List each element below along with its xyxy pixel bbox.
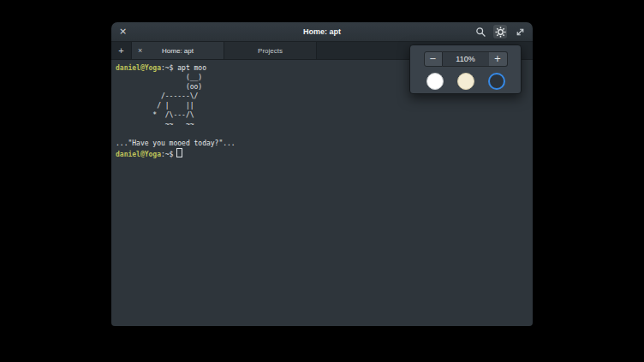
terminal-cursor bbox=[176, 148, 182, 157]
titlebar-actions bbox=[474, 22, 527, 41]
terminal-line: daniel@Yoga:~$ bbox=[116, 148, 528, 157]
theme-selector bbox=[426, 73, 505, 90]
search-icon bbox=[475, 27, 486, 38]
terminal-blank-line bbox=[116, 129, 528, 139]
new-tab-button[interactable]: + bbox=[111, 42, 132, 59]
tab-label: Projects bbox=[258, 47, 283, 55]
terminal-line: ..."Have you mooed today?"... bbox=[116, 139, 528, 148]
terminal-line: / | || bbox=[116, 101, 528, 110]
settings-popover: − 110% + bbox=[409, 45, 522, 94]
search-button[interactable] bbox=[474, 25, 487, 39]
zoom-in-button[interactable]: + bbox=[489, 51, 508, 67]
titlebar[interactable]: × Home: apt bbox=[111, 22, 533, 42]
tab-close-button[interactable]: × bbox=[138, 47, 142, 55]
gear-icon bbox=[495, 27, 506, 38]
prompt-user: daniel@Yoga bbox=[116, 151, 161, 158]
theme-dark-button[interactable] bbox=[488, 73, 505, 90]
window-title: Home: apt bbox=[111, 27, 533, 36]
zoom-out-button[interactable]: − bbox=[424, 51, 443, 67]
command-text: apt moo bbox=[173, 64, 206, 72]
fullscreen-button[interactable] bbox=[513, 25, 527, 39]
zoom-level: 110% bbox=[443, 51, 489, 67]
theme-light-button[interactable] bbox=[426, 73, 444, 90]
settings-button[interactable] bbox=[493, 25, 507, 39]
tab-projects[interactable]: Projects bbox=[224, 42, 317, 59]
prompt-path: :~$ bbox=[161, 151, 173, 158]
tab-home-apt[interactable]: × Home: apt bbox=[132, 42, 224, 59]
tab-label: Home: apt bbox=[162, 47, 194, 55]
fullscreen-icon bbox=[515, 27, 526, 38]
prompt-user: daniel@Yoga bbox=[116, 64, 161, 72]
terminal-line: * /\---/\ bbox=[116, 110, 528, 120]
prompt-path: :~$ bbox=[161, 64, 173, 72]
window-close-button[interactable]: × bbox=[119, 22, 127, 41]
theme-sepia-button[interactable] bbox=[457, 73, 474, 90]
terminal-view[interactable]: daniel@Yoga:~$ apt moo (__) (oo) /------… bbox=[111, 60, 533, 326]
terminal-line: ~~ ~~ bbox=[116, 120, 528, 129]
zoom-controls: − 110% + bbox=[424, 51, 508, 67]
